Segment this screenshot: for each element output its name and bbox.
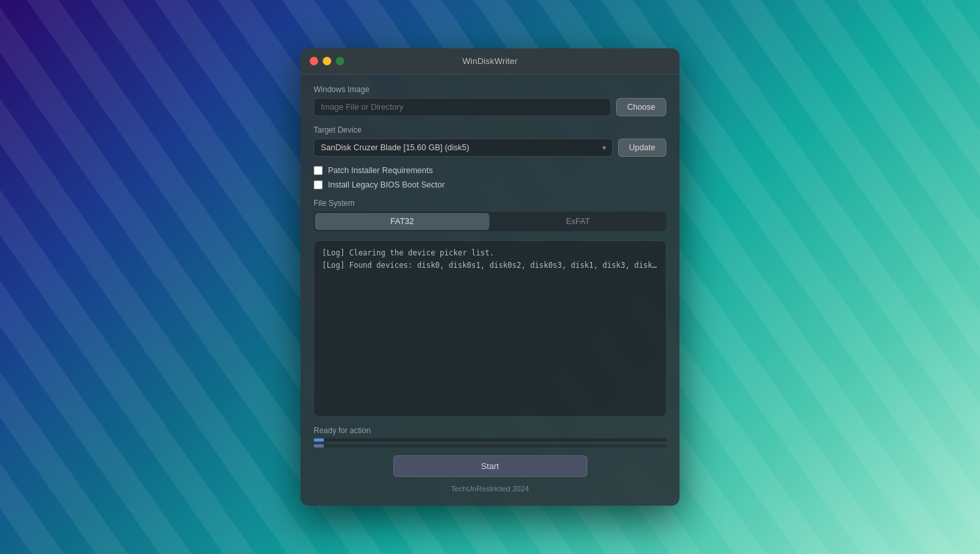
install-legacy-bios-label: Install Legacy BIOS Boot Sector xyxy=(328,180,445,189)
choose-button[interactable]: Choose xyxy=(616,98,666,116)
footer-text: TechUnRestricted 2024 xyxy=(314,482,666,493)
app-window: WinDiskWriter Windows Image Choose Targe… xyxy=(301,48,679,506)
log-line-2: [Log] Found devices: disk0, disk0s1, dis… xyxy=(322,260,658,271)
status-section: Ready for action xyxy=(314,426,666,448)
install-legacy-bios-row: Install Legacy BIOS Boot Sector xyxy=(314,180,666,189)
install-legacy-bios-checkbox[interactable] xyxy=(314,180,323,189)
target-device-label: Target Device xyxy=(314,125,666,135)
device-select-wrapper: SanDisk Cruzer Blade [15.60 GB] (disk5) … xyxy=(314,138,613,157)
filesystem-label: File System xyxy=(314,199,666,208)
progress-bar-bottom-fill xyxy=(314,444,324,448)
titlebar: WinDiskWriter xyxy=(301,48,679,74)
maximize-button[interactable] xyxy=(336,57,344,65)
windows-image-row: Choose xyxy=(314,98,666,116)
traffic-lights xyxy=(310,57,344,65)
patch-installer-checkbox[interactable] xyxy=(314,166,323,175)
log-area[interactable]: [Log] Clearing the device picker list. [… xyxy=(314,240,666,417)
minimize-button[interactable] xyxy=(323,57,331,65)
progress-bar-top xyxy=(314,438,666,442)
status-text: Ready for action xyxy=(314,426,666,435)
filesystem-section: File System FAT32 ExFAT xyxy=(314,199,666,231)
windows-image-label: Windows Image xyxy=(314,85,666,94)
progress-bar-bottom xyxy=(314,444,666,448)
patch-installer-label: Patch Installer Requirements xyxy=(328,166,433,175)
progress-bar-top-fill xyxy=(314,438,324,442)
update-button[interactable]: Update xyxy=(618,138,666,157)
start-button[interactable]: Start xyxy=(393,455,587,477)
filesystem-tab-bar: FAT32 ExFAT xyxy=(314,212,666,231)
window-title: WinDiskWriter xyxy=(463,56,518,66)
tab-fat32[interactable]: FAT32 xyxy=(315,213,489,230)
patch-installer-row: Patch Installer Requirements xyxy=(314,166,666,175)
image-file-input[interactable] xyxy=(314,98,611,116)
target-device-row: SanDisk Cruzer Blade [15.60 GB] (disk5) … xyxy=(314,138,666,157)
window-content: Windows Image Choose Target Device SanDi… xyxy=(301,74,679,506)
device-select[interactable]: SanDisk Cruzer Blade [15.60 GB] (disk5) xyxy=(314,138,613,157)
log-line-1: [Log] Clearing the device picker list. xyxy=(322,248,658,259)
checkboxes-section: Patch Installer Requirements Install Leg… xyxy=(314,166,666,189)
close-button[interactable] xyxy=(310,57,318,65)
tab-exfat[interactable]: ExFAT xyxy=(491,213,665,230)
